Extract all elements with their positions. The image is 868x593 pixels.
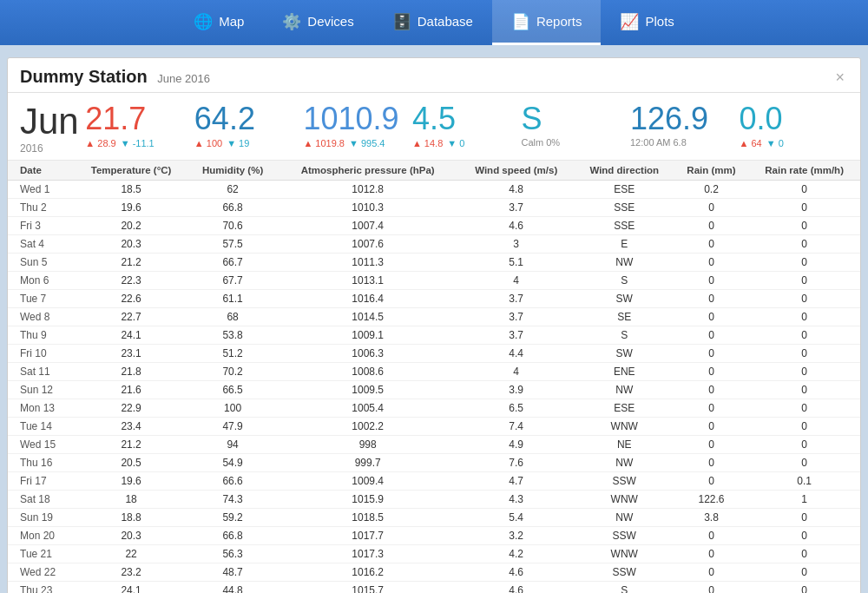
- nav-database[interactable]: 🗄️ Database: [373, 0, 492, 45]
- table-cell: 4.6: [458, 563, 575, 582]
- table-cell: 3.7: [458, 290, 575, 308]
- table-cell: 1009.4: [278, 472, 458, 491]
- table-cell: 0: [674, 290, 748, 308]
- wind-speed-up: ▲ 14.8: [412, 138, 443, 148]
- table-cell: Sat 4: [8, 235, 75, 254]
- table-cell: 5.1: [458, 254, 575, 272]
- table-cell: 0: [674, 454, 748, 472]
- temp-down: ▼ -11.1: [121, 138, 155, 148]
- table-cell: 6.5: [458, 399, 575, 418]
- table-cell: 23.2: [75, 563, 188, 582]
- table-cell: 67.7: [188, 272, 278, 290]
- table-cell: 7.6: [458, 454, 575, 472]
- table-cell: 18: [75, 491, 188, 509]
- panel-subtitle: June 2016: [157, 72, 210, 85]
- close-button[interactable]: ×: [832, 68, 848, 87]
- map-icon: 🌐: [194, 12, 213, 31]
- month-year: 2016: [20, 142, 43, 155]
- table-cell: 3: [458, 235, 575, 254]
- temperature-range: ▲ 28.9 ▼ -11.1: [85, 138, 154, 148]
- table-cell: 1015.9: [278, 491, 458, 509]
- table-cell: 22.7: [75, 308, 188, 326]
- table-cell: 48.7: [188, 563, 278, 582]
- table-cell: 0: [748, 308, 860, 326]
- table-cell: 0: [748, 527, 860, 545]
- table-cell: 0: [674, 254, 748, 272]
- table-cell: 1012.8: [278, 181, 458, 199]
- table-cell: Mon 13: [8, 399, 75, 418]
- table-cell: SW: [575, 345, 674, 363]
- table-cell: 1016.2: [278, 563, 458, 582]
- table-cell: Mon 20: [8, 527, 75, 545]
- table-row: Fri 320.270.61007.44.6SSE00: [8, 217, 860, 235]
- table-cell: 44.8: [188, 582, 278, 593]
- table-cell: 1005.4: [278, 399, 458, 418]
- table-cell: 18.8: [75, 509, 188, 527]
- nav-reports[interactable]: 📄 Reports: [492, 0, 602, 45]
- table-cell: 5.4: [458, 509, 575, 527]
- table-cell: 0: [674, 399, 748, 418]
- wind-direction-value: S: [521, 102, 542, 136]
- table-cell: 70.6: [188, 217, 278, 235]
- table-cell: 0: [748, 454, 860, 472]
- month-value: Jun: [20, 102, 79, 142]
- nav-plots[interactable]: 📈 Plots: [601, 0, 693, 45]
- table-cell: Tue 21: [8, 545, 75, 563]
- table-cell: 0: [674, 418, 748, 436]
- table-cell: Thu 16: [8, 454, 75, 472]
- temp-up: ▲ 28.9: [85, 138, 115, 148]
- summary-pressure: 1010.9 ▲ 1019.8 ▼ 995.4: [303, 102, 412, 148]
- table-row: Tue 722.661.11016.43.7SW00: [8, 290, 860, 308]
- table-cell: Fri 10: [8, 345, 75, 363]
- table-cell: 1007.4: [278, 217, 458, 235]
- table-cell: 56.3: [188, 545, 278, 563]
- humidity-down: ▼ 19: [227, 138, 249, 148]
- table-row: Sat 420.357.51007.63E00: [8, 235, 860, 254]
- table-row: Mon 2020.366.81017.73.2SSW00: [8, 527, 860, 545]
- table-header: Date Temperature (°C) Humidity (%) Atmos…: [8, 161, 860, 181]
- table-cell: ESE: [575, 181, 674, 199]
- table-row: Wed 822.7681014.53.7SE00: [8, 308, 860, 326]
- table-cell: Wed 8: [8, 308, 75, 326]
- nav-devices[interactable]: ⚙️ Devices: [263, 0, 372, 45]
- table-cell: Sat 11: [8, 363, 75, 381]
- plots-icon: 📈: [620, 12, 639, 31]
- wind-speed-range: ▲ 14.8 ▼ 0: [412, 138, 464, 148]
- table-cell: 0: [748, 363, 860, 381]
- table-cell: Mon 6: [8, 272, 75, 290]
- table-cell: 0: [748, 181, 860, 199]
- table-cell: 20.3: [75, 527, 188, 545]
- table-row: Fri 1719.666.61009.44.7SSW00.1: [8, 472, 860, 491]
- table-row: Sun 1918.859.21018.55.4NW3.80: [8, 509, 860, 527]
- table-cell: 0: [674, 381, 748, 399]
- table-cell: 0: [748, 399, 860, 418]
- table-cell: Sun 12: [8, 381, 75, 399]
- reports-icon: 📄: [511, 12, 530, 31]
- table-cell: 53.8: [188, 326, 278, 345]
- table-cell: Thu 2: [8, 199, 75, 217]
- table-cell: 21.8: [75, 363, 188, 381]
- table-cell: 0: [748, 254, 860, 272]
- table-cell: 4.6: [458, 582, 575, 593]
- nav-map[interactable]: 🌐 Map: [174, 0, 263, 45]
- table-cell: 0: [748, 326, 860, 345]
- table-cell: 62: [188, 181, 278, 199]
- table-cell: 59.2: [188, 509, 278, 527]
- nav-devices-label: Devices: [307, 14, 353, 29]
- table-cell: 20.2: [75, 217, 188, 235]
- col-wind-direction: Wind direction: [575, 161, 674, 181]
- table-row: Wed 118.5621012.84.8ESE0.20: [8, 181, 860, 199]
- table-cell: 66.7: [188, 254, 278, 272]
- table-cell: 4: [458, 272, 575, 290]
- table-cell: Tue 14: [8, 418, 75, 436]
- table-cell: 998: [278, 436, 458, 454]
- table-cell: 0.1: [748, 472, 860, 491]
- table-cell: Wed 15: [8, 436, 75, 454]
- summary-temperature: 21.7 ▲ 28.9 ▼ -11.1: [85, 102, 194, 148]
- col-wind-speed: Wind speed (m/s): [458, 161, 575, 181]
- table-cell: SSW: [575, 472, 674, 491]
- pressure-value: 1010.9: [303, 102, 398, 136]
- table-cell: NW: [575, 509, 674, 527]
- table-row: Fri 1023.151.21006.34.4SW00: [8, 345, 860, 363]
- summary-rain: 126.9 12:00 AM 6.8: [630, 102, 740, 148]
